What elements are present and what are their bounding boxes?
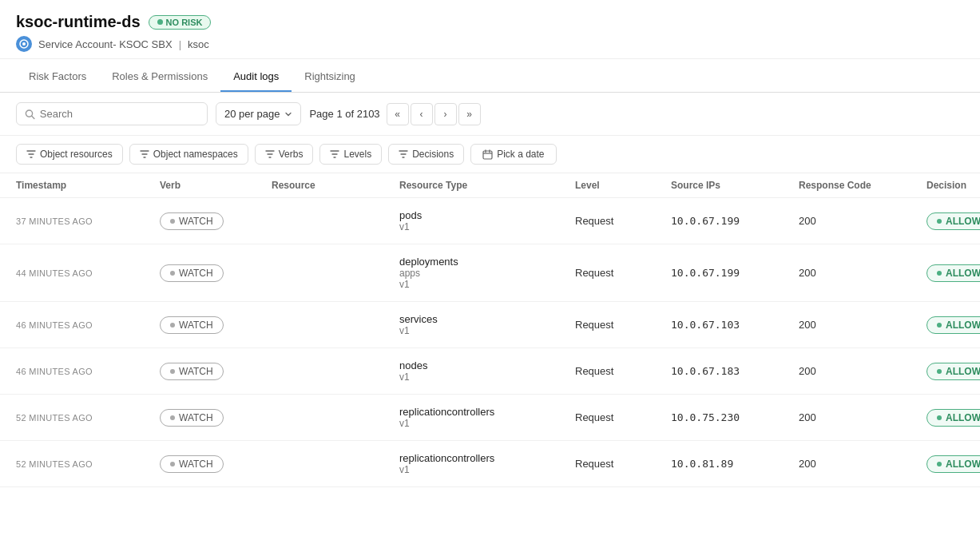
resource-type-name: replicationcontrollers [399,406,575,418]
source-ip-cell: 10.0.67.103 [671,319,799,331]
service-icon [16,36,32,52]
tab-risk-factors[interactable]: Risk Factors [16,62,99,92]
per-page-select[interactable]: 20 per page [216,102,301,125]
filter-object-resources-label: Object resources [40,149,113,160]
resource-type-sub: v1 [399,371,575,383]
risk-badge: NO RISK [149,15,212,30]
resource-type-sub: v1 [399,221,575,232]
resource-type-cell: replicationcontrollersv1 [399,406,575,429]
level-cell: Request [575,365,671,377]
verb-dot [170,323,175,328]
resource-type-name: nodes [399,359,575,371]
tab-bar: Risk Factors Roles & Permissions Audit l… [0,62,980,93]
col-level: Level [575,180,671,191]
decision-cell: ALLOW [926,212,980,230]
timestamp-cell: 52 MINUTES AGO [16,413,160,423]
source-ip-cell: 10.0.75.230 [671,411,799,423]
verb-cell: WATCH [160,264,272,282]
svg-line-3 [32,116,34,118]
col-verb: Verb [160,180,272,191]
table-body: 37 MINUTES AGO WATCH podsv1 Request 10.0… [0,198,980,487]
filter-icon [265,149,275,159]
filter-levels-label: Levels [343,149,371,160]
decision-label: ALLOW [946,216,980,227]
verb-dot [170,271,175,276]
resource-type-sub: apps [399,268,575,279]
timestamp-cell: 44 MINUTES AGO [16,268,160,278]
decision-cell: ALLOW [926,409,980,427]
source-ip-cell: 10.0.67.183 [671,365,799,377]
col-source-ips: Source IPs [671,180,799,191]
svg-point-1 [22,42,26,46]
level-cell: Request [575,458,671,470]
decision-badge: ALLOW [926,409,980,427]
date-picker-button[interactable]: Pick a date [470,144,556,165]
calendar-icon [482,149,493,160]
decision-label: ALLOW [946,412,980,423]
chevron-down-icon [284,110,292,118]
decision-cell: ALLOW [926,455,980,473]
response-code-cell: 200 [799,365,926,377]
filter-decisions[interactable]: Decisions [388,144,464,165]
toolbar: 20 per page Page 1 of 2103 « ‹ › » [0,93,980,136]
verb-cell: WATCH [160,363,272,380]
verb-dot [170,462,175,467]
timestamp-cell: 37 MINUTES AGO [16,216,160,226]
table-row: 52 MINUTES AGO WATCH replicationcontroll… [0,395,980,441]
timestamp-cell: 46 MINUTES AGO [16,320,160,330]
first-page-button[interactable]: « [387,103,409,125]
resource-type-sub: v1 [399,464,575,475]
next-page-button[interactable]: › [434,103,457,125]
verb-badge: WATCH [160,316,224,334]
prev-page-button[interactable]: ‹ [411,103,433,125]
col-response-code: Response Code [799,180,926,191]
filter-icon [399,149,408,159]
table-header: Timestamp Verb Resource Resource Type Le… [0,173,980,198]
verb-label: WATCH [179,268,213,279]
decision-dot [937,271,942,276]
col-resource: Resource [272,180,399,191]
decision-dot [937,323,942,328]
last-page-button[interactable]: » [458,103,481,125]
resource-type-v: v1 [399,279,575,290]
filter-object-resources[interactable]: Object resources [16,144,123,165]
level-cell: Request [575,411,671,423]
search-icon [25,109,35,120]
filter-decisions-label: Decisions [412,149,454,160]
filter-levels[interactable]: Levels [319,144,382,165]
verb-label: WATCH [179,320,213,331]
source-ip-cell: 10.0.67.199 [671,215,799,227]
filter-icon [330,149,339,159]
resource-type-name: replicationcontrollers [399,452,575,464]
col-timestamp: Timestamp [16,180,160,191]
verb-cell: WATCH [160,316,272,334]
source-ip-cell: 10.0.67.199 [671,267,799,279]
filter-icon [140,149,149,159]
level-cell: Request [575,267,671,279]
decision-badge: ALLOW [926,363,980,380]
verb-dot [170,369,175,374]
decision-label: ALLOW [946,459,980,470]
tab-audit-logs[interactable]: Audit logs [220,62,292,92]
decision-label: ALLOW [946,268,980,279]
service-label: Service Account- KSOC SBX [38,38,173,50]
resource-type-sub: v1 [399,418,575,429]
date-filter-label: Pick a date [497,149,544,160]
verb-badge: WATCH [160,363,224,380]
search-input[interactable] [40,108,199,120]
response-code-cell: 200 [799,411,926,423]
table-row: 46 MINUTES AGO WATCH servicesv1 Request … [0,302,980,348]
per-page-label: 20 per page [224,108,280,120]
table-row: 46 MINUTES AGO WATCH nodesv1 Request 10.… [0,348,980,395]
response-code-cell: 200 [799,319,926,331]
decision-label: ALLOW [946,366,980,377]
response-code-cell: 200 [799,458,926,470]
tab-rightsizing[interactable]: Rightsizing [292,62,368,92]
tab-roles-permissions[interactable]: Roles & Permissions [99,62,220,92]
decision-badge: ALLOW [926,455,980,473]
table-row: 37 MINUTES AGO WATCH podsv1 Request 10.0… [0,198,980,244]
page-info: Page 1 of 2103 [309,108,379,120]
decision-badge: ALLOW [926,212,980,230]
filter-object-namespaces[interactable]: Object namespaces [129,144,248,165]
filter-verbs[interactable]: Verbs [255,144,314,165]
